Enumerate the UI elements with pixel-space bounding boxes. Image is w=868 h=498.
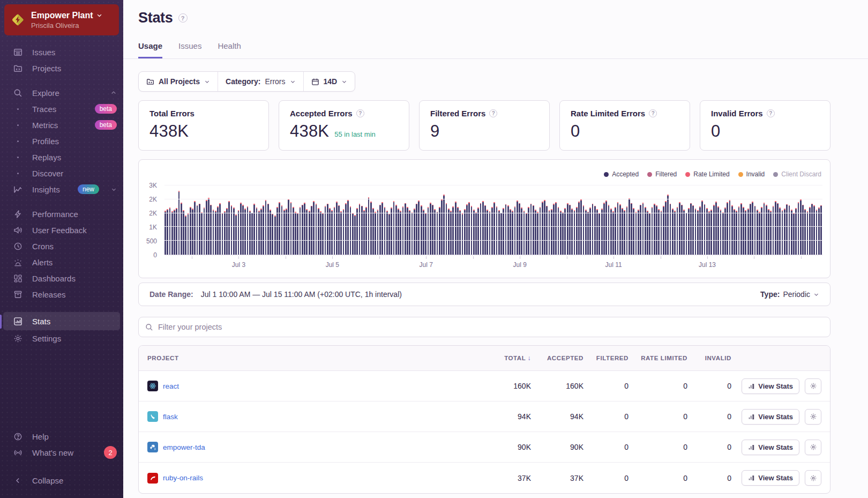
help-icon[interactable]: ? — [767, 109, 775, 117]
gear-icon — [810, 443, 817, 451]
page-help-icon[interactable]: ? — [178, 13, 188, 23]
category-value: Errors — [265, 77, 285, 86]
card-label: Total Errors — [149, 109, 194, 118]
help-icon[interactable]: ? — [489, 109, 497, 117]
gear-icon — [810, 382, 817, 390]
tab-issues[interactable]: Issues — [178, 41, 201, 58]
help-icon[interactable]: ? — [649, 109, 657, 117]
archive-icon — [13, 289, 23, 299]
category-dropdown[interactable]: Category: Errors — [218, 72, 303, 91]
tab-usage[interactable]: Usage — [138, 41, 162, 58]
org-name: Empower Plant — [31, 11, 93, 20]
sidebar-collapse-button[interactable]: Collapse — [0, 472, 123, 488]
view-stats-button[interactable]: View Stats — [742, 409, 799, 425]
project-settings-button[interactable] — [805, 378, 821, 394]
gear-icon — [810, 474, 817, 482]
sidebar-item-user-feedback[interactable]: User Feedback — [0, 222, 123, 238]
sidebar-item-label: Dashboards — [32, 274, 117, 283]
project-link[interactable]: ruby-on-rails — [163, 474, 203, 482]
chevron-left-icon — [13, 475, 23, 485]
view-stats-button[interactable]: View Stats — [742, 470, 799, 486]
sidebar-item-stats[interactable]: Stats — [3, 312, 120, 330]
sidebar-item-label: Help — [32, 432, 117, 441]
clock-icon — [13, 241, 23, 251]
col-invalid[interactable]: INVALID — [687, 355, 731, 361]
table-row: react 160K 160K 0 0 0 View Stats — [139, 371, 830, 402]
chart-bars[interactable] — [164, 185, 822, 255]
project-settings-button[interactable] — [805, 440, 821, 455]
usage-chart: Accepted Filtered Rate Limited Invalid C… — [138, 159, 830, 278]
cell-total: 90K — [484, 443, 531, 451]
project-filter-dropdown[interactable]: All Projects — [139, 72, 218, 91]
sidebar-item-settings[interactable]: Settings — [0, 330, 123, 346]
sidebar-item-metrics[interactable]: Metrics beta — [0, 117, 123, 133]
chart-type-dropdown[interactable]: Type: Periodic — [760, 290, 819, 299]
project-settings-button[interactable] — [805, 470, 821, 486]
sidebar: Empower Plant Priscila Oliveira Issues P… — [0, 0, 123, 498]
legend-client-discard[interactable]: Client Discard — [773, 170, 821, 178]
sidebar-item-performance[interactable]: Performance — [0, 206, 123, 222]
dashboards-icon — [13, 273, 23, 283]
help-icon[interactable]: ? — [356, 109, 364, 117]
search-icon — [13, 88, 23, 98]
card-total-errors: Total Errors 438K — [138, 100, 269, 151]
sidebar-item-insights[interactable]: Insights new — [0, 181, 123, 197]
projects-table: PROJECT TOTAL↓ ACCEPTED FILTERED RATE LI… — [138, 345, 830, 494]
sidebar-tertiary-nav: Stats Settings — [0, 312, 123, 346]
category-label: Category: — [226, 77, 260, 86]
react-platform-icon — [147, 381, 158, 391]
project-search-input[interactable] — [158, 323, 824, 331]
view-stats-button[interactable]: View Stats — [742, 378, 799, 394]
legend-dot — [604, 172, 609, 177]
sidebar-item-whats-new[interactable]: What's new 2 — [0, 444, 123, 460]
sidebar-item-replays[interactable]: Replays — [0, 149, 123, 165]
sidebar-item-issues[interactable]: Issues — [0, 44, 123, 60]
cell-total: 37K — [484, 474, 531, 482]
date-range-dropdown[interactable]: 14D — [303, 72, 355, 91]
mini-bar-chart-icon — [748, 474, 755, 481]
project-link[interactable]: react — [163, 382, 179, 390]
insights-icon — [13, 184, 23, 194]
sidebar-item-crons[interactable]: Crons — [0, 238, 123, 254]
legend-rate-limited[interactable]: Rate Limited — [685, 170, 729, 178]
col-total[interactable]: TOTAL↓ — [484, 354, 531, 362]
sidebar-item-dashboards[interactable]: Dashboards — [0, 270, 123, 286]
sidebar-item-help[interactable]: Help — [0, 428, 123, 444]
org-user: Priscila Oliveira — [31, 21, 102, 29]
legend-filtered[interactable]: Filtered — [647, 170, 677, 178]
sidebar-item-label: Traces — [32, 105, 85, 114]
sidebar-item-label: Settings — [32, 334, 117, 343]
view-stats-button[interactable]: View Stats — [742, 440, 799, 455]
active-nav-edge-indicator — [0, 315, 2, 329]
sidebar-item-explore[interactable]: Explore — [0, 85, 123, 101]
tab-bar: Usage Issues Health — [138, 41, 830, 58]
card-label: Rate Limited Errors — [571, 109, 645, 118]
date-range-label: Date Range: — [149, 290, 193, 299]
col-rate-limited[interactable]: RATE LIMITED — [628, 355, 687, 361]
sidebar-item-label: Alerts — [32, 258, 117, 267]
card-label: Filtered Errors — [430, 109, 485, 118]
cell-accepted: 37K — [531, 474, 583, 482]
calendar-icon — [311, 78, 319, 86]
sidebar-item-alerts[interactable]: Alerts — [0, 254, 123, 270]
sidebar-item-projects[interactable]: Projects — [0, 60, 123, 76]
legend-accepted[interactable]: Accepted — [604, 170, 639, 178]
beta-badge: beta — [95, 104, 117, 114]
col-accepted[interactable]: ACCEPTED — [531, 355, 583, 361]
col-project[interactable]: PROJECT — [147, 355, 484, 361]
sidebar-item-discover[interactable]: Discover — [0, 165, 123, 181]
table-row: empower-tda 90K 90K 0 0 0 View Stats — [139, 432, 830, 463]
page-title: Stats — [138, 10, 173, 26]
project-settings-button[interactable] — [805, 409, 821, 425]
col-filtered[interactable]: FILTERED — [583, 355, 628, 361]
sidebar-item-traces[interactable]: Traces beta — [0, 101, 123, 117]
sidebar-item-profiles[interactable]: Profiles — [0, 133, 123, 149]
sidebar-item-releases[interactable]: Releases — [0, 286, 123, 302]
project-link[interactable]: flask — [163, 413, 178, 421]
card-rate-limited-errors: Rate Limited Errors? 0 — [559, 100, 690, 151]
project-link[interactable]: empower-tda — [163, 443, 205, 451]
tab-health[interactable]: Health — [218, 41, 241, 58]
legend-invalid[interactable]: Invalid — [738, 170, 765, 178]
chevron-up-icon[interactable] — [110, 90, 117, 96]
org-switcher[interactable]: Empower Plant Priscila Oliveira — [4, 4, 119, 35]
